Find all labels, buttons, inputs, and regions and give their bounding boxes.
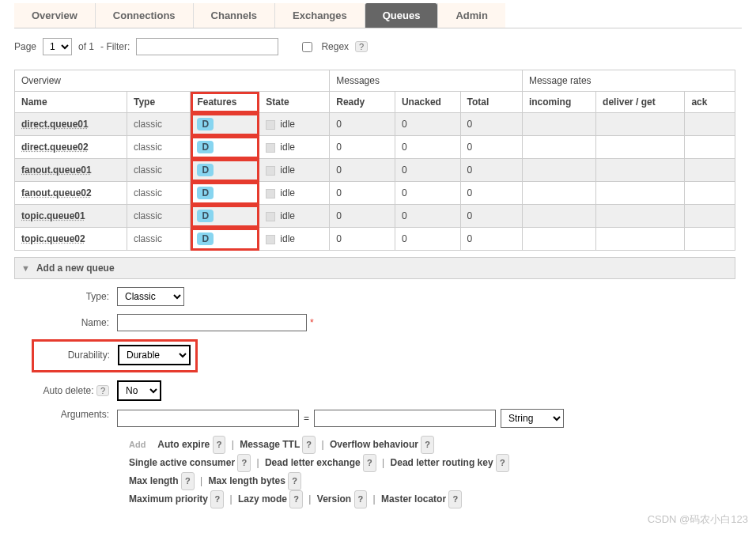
cell-name[interactable]: fanout.queue01 (15, 159, 127, 182)
tab-admin[interactable]: Admin (437, 3, 505, 28)
cell-unacked: 0 (395, 159, 460, 182)
cell-incoming (522, 136, 595, 159)
cell-state: idle (259, 159, 330, 182)
shortcut-max-priority[interactable]: Maximum priority (129, 493, 208, 505)
shortcut-overflow[interactable]: Overflow behaviour (330, 439, 418, 450)
cell-total: 0 (460, 205, 522, 228)
page-select[interactable]: 1 (43, 38, 72, 55)
durable-badge: D (197, 232, 214, 245)
col-type[interactable]: Type (127, 92, 191, 113)
col-features[interactable]: Features (191, 92, 259, 113)
table-row[interactable]: topic.queue02classicDidle000 (15, 228, 735, 251)
cell-total: 0 (460, 228, 522, 251)
hint-icon[interactable]: ? (448, 490, 462, 508)
shortcut-message-ttl[interactable]: Message TTL (240, 439, 300, 450)
arg-key-input[interactable] (117, 410, 299, 427)
type-select[interactable]: Classic (117, 287, 184, 306)
main-tabs: Overview Connections Channels Exchanges … (14, 3, 742, 28)
hint-icon[interactable]: ? (421, 436, 434, 454)
cell-name[interactable]: topic.queue02 (15, 228, 127, 251)
page-of-label: of 1 (78, 41, 94, 52)
state-indicator-icon (266, 120, 275, 130)
hint-icon[interactable]: ? (213, 436, 226, 454)
cell-type: classic (127, 159, 191, 182)
shortcut-max-len-bytes[interactable]: Max length bytes (209, 475, 285, 486)
table-row[interactable]: direct.queue01classicDidle000 (15, 113, 735, 136)
cell-ready: 0 (330, 182, 395, 205)
autodelete-hint-icon[interactable]: ? (96, 385, 109, 396)
cell-name[interactable]: direct.queue01 (15, 113, 127, 136)
group-overview: Overview (15, 70, 330, 92)
cell-name[interactable]: topic.queue01 (15, 205, 127, 228)
col-total[interactable]: Total (460, 92, 522, 113)
cell-unacked: 0 (395, 205, 460, 228)
shortcut-version[interactable]: Version (317, 493, 351, 505)
shortcut-auto-expire[interactable]: Auto expire (157, 439, 210, 450)
hint-icon[interactable]: ? (496, 454, 509, 472)
hint-icon[interactable]: ? (210, 490, 224, 508)
col-ack[interactable]: ack (685, 92, 735, 113)
cell-ack (685, 228, 735, 251)
cell-ack (685, 113, 735, 136)
col-ready[interactable]: Ready (330, 92, 395, 113)
table-row[interactable]: fanout.queue01classicDidle000 (15, 159, 735, 182)
tab-queues[interactable]: Queues (365, 3, 438, 28)
filter-input[interactable] (136, 38, 278, 55)
cell-total: 0 (460, 182, 522, 205)
cell-unacked: 0 (395, 113, 460, 136)
cell-ready: 0 (330, 113, 395, 136)
cell-total: 0 (460, 159, 522, 182)
cell-features: D (191, 182, 259, 205)
col-state[interactable]: State (259, 92, 330, 113)
name-input[interactable] (117, 314, 307, 331)
shortcut-dlrk[interactable]: Dead letter routing key (391, 457, 493, 468)
group-rates: Message rates (522, 70, 735, 92)
col-incoming[interactable]: incoming (522, 92, 595, 113)
shortcut-dlx[interactable]: Dead letter exchange (265, 457, 361, 468)
durable-badge: D (197, 141, 214, 153)
table-row[interactable]: direct.queue02classicDidle000 (15, 136, 735, 159)
regex-checkbox[interactable] (302, 42, 312, 52)
hint-icon[interactable]: ? (363, 454, 376, 472)
arg-type-select[interactable]: String (501, 409, 564, 428)
shortcut-lazy[interactable]: Lazy mode (238, 493, 287, 505)
name-label: Name: (14, 317, 117, 328)
table-row[interactable]: topic.queue01classicDidle000 (15, 205, 735, 228)
cell-incoming (522, 113, 595, 136)
regex-hint-icon[interactable]: ? (355, 41, 368, 52)
hint-icon[interactable]: ? (354, 490, 368, 508)
tab-overview[interactable]: Overview (14, 3, 95, 28)
cell-features: D (191, 136, 259, 159)
cell-type: classic (127, 228, 191, 251)
autodelete-label: Auto delete: ? (14, 385, 117, 396)
tab-connections[interactable]: Connections (95, 3, 193, 28)
cell-ready: 0 (330, 228, 395, 251)
durability-select[interactable]: Durable (118, 345, 191, 365)
shortcut-max-len[interactable]: Max length (129, 475, 179, 486)
filter-label: - Filter: (100, 41, 130, 52)
cell-state: idle (259, 113, 330, 136)
add-queue-form: Type: Classic Name: * Durability: Durabl… (14, 287, 631, 508)
cell-incoming (522, 228, 595, 251)
hint-icon[interactable]: ? (288, 472, 301, 490)
arg-val-input[interactable] (314, 410, 496, 427)
hint-icon[interactable]: ? (289, 490, 303, 508)
col-name[interactable]: Name (15, 92, 127, 113)
cell-ack (685, 205, 735, 228)
cell-name[interactable]: direct.queue02 (15, 136, 127, 159)
shortcut-single-active[interactable]: Single active consumer (129, 457, 235, 468)
cell-name[interactable]: fanout.queue02 (15, 182, 127, 205)
table-row[interactable]: fanout.queue02classicDidle000 (15, 182, 735, 205)
col-unacked[interactable]: Unacked (395, 92, 460, 113)
tab-channels[interactable]: Channels (193, 3, 275, 28)
shortcut-master-loc[interactable]: Master locator (381, 493, 446, 505)
tab-exchanges[interactable]: Exchanges (274, 3, 365, 28)
add-queue-section-header[interactable]: ▼ Add a new queue (14, 257, 735, 279)
cell-deliver (596, 228, 685, 251)
hint-icon[interactable]: ? (302, 436, 316, 454)
hint-icon[interactable]: ? (181, 472, 195, 490)
col-deliver[interactable]: deliver / get (596, 92, 685, 113)
autodelete-select[interactable]: No (117, 380, 161, 401)
hint-icon[interactable]: ? (237, 454, 251, 472)
durability-highlight: Durability: Durable (32, 339, 198, 372)
